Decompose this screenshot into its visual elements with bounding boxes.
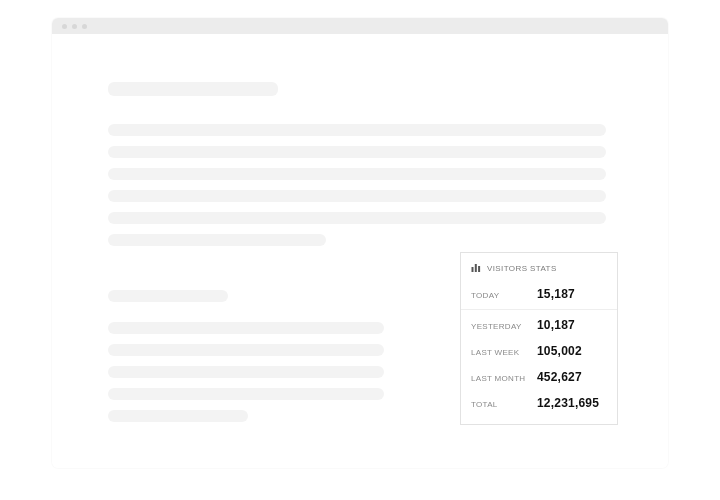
- stats-value: 10,187: [537, 318, 575, 332]
- window-dot: [82, 24, 87, 29]
- stats-row: YESTERDAY 10,187: [471, 312, 607, 338]
- stats-row: TODAY 15,187: [471, 281, 607, 307]
- window-dot: [62, 24, 67, 29]
- stats-row: LAST WEEK 105,002: [471, 338, 607, 364]
- divider: [461, 309, 617, 310]
- skeleton-line: [108, 388, 384, 400]
- stats-value: 452,627: [537, 370, 582, 384]
- skeleton-line: [108, 344, 384, 356]
- stats-label: TOTAL: [471, 400, 537, 409]
- window-titlebar: [52, 18, 668, 34]
- stats-header: VISITORS STATS: [471, 263, 607, 273]
- stats-value: 15,187: [537, 287, 575, 301]
- skeleton-subheading: [108, 290, 228, 302]
- skeleton-line: [108, 366, 384, 378]
- stats-title: VISITORS STATS: [487, 264, 557, 273]
- stats-label: LAST WEEK: [471, 348, 537, 357]
- skeleton-line: [108, 146, 606, 158]
- svg-rect-2: [478, 266, 480, 272]
- skeleton-line: [108, 234, 326, 246]
- skeleton-line: [108, 212, 606, 224]
- stats-label: TODAY: [471, 291, 537, 300]
- skeleton-line: [108, 168, 606, 180]
- window-dot: [72, 24, 77, 29]
- stats-value: 105,002: [537, 344, 582, 358]
- stats-label: YESTERDAY: [471, 322, 537, 331]
- svg-rect-1: [475, 264, 477, 272]
- skeleton-heading: [108, 82, 278, 96]
- skeleton-line: [108, 124, 606, 136]
- svg-rect-0: [472, 267, 474, 272]
- stats-row: TOTAL 12,231,695: [471, 390, 607, 416]
- visitors-stats-card: VISITORS STATS TODAY 15,187 YESTERDAY 10…: [460, 252, 618, 425]
- skeleton-line: [108, 190, 606, 202]
- bar-chart-icon: [471, 263, 481, 273]
- stats-value: 12,231,695: [537, 396, 599, 410]
- skeleton-line: [108, 410, 248, 422]
- stats-row: LAST MONTH 452,627: [471, 364, 607, 390]
- skeleton-line: [108, 322, 384, 334]
- stats-label: LAST MONTH: [471, 374, 537, 383]
